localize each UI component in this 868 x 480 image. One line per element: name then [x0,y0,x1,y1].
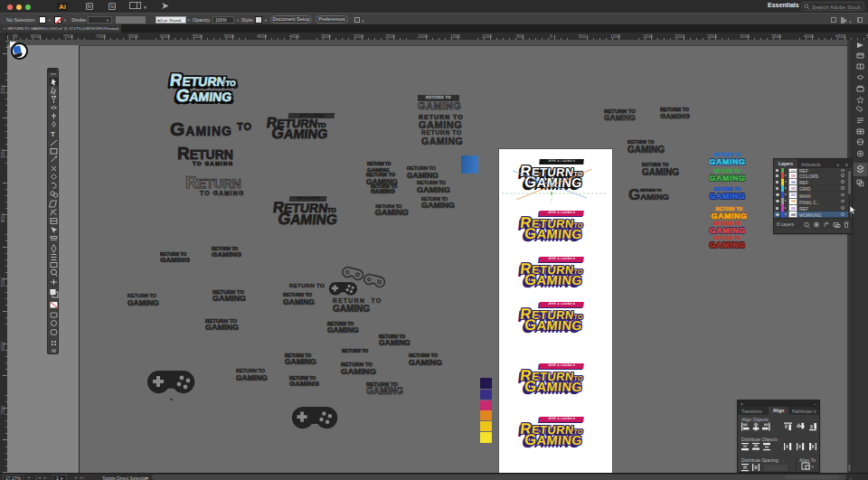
svg-text:T: T [51,130,55,138]
